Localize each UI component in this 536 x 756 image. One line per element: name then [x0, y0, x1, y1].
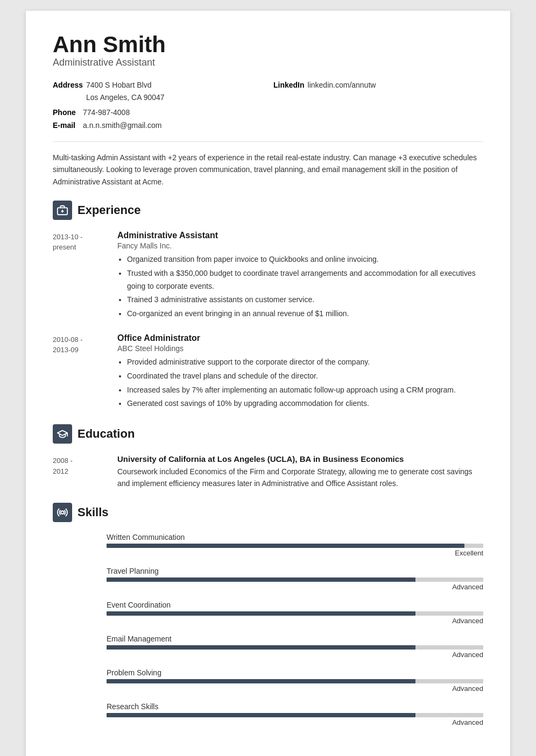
- job-bullets: Organized transition from paper invoice …: [117, 253, 483, 320]
- skill-name: Problem Solving: [107, 668, 483, 677]
- skills-header: Skills: [53, 503, 483, 524]
- skill-level: Advanced: [107, 617, 483, 625]
- bullet-item: Provided administrative support to the c…: [127, 356, 483, 369]
- bullet-item: Organized transition from paper invoice …: [127, 253, 483, 266]
- job-content: Office AdministratorABC Steel HoldingsPr…: [117, 333, 483, 411]
- skill-bar-background: [107, 611, 483, 616]
- skill-level: Advanced: [107, 718, 483, 726]
- job-bullets: Provided administrative support to the c…: [117, 356, 483, 410]
- skill-bar-fill: [107, 544, 464, 548]
- phone-label: Phone: [53, 106, 80, 118]
- skills-section: Skills Written CommunicationExcellentTra…: [53, 503, 483, 726]
- address-item: Address 7400 S Hobart Blvd Los Angeles, …: [53, 79, 263, 103]
- email-item: E-mail a.n.n.smith@gmail.com: [53, 119, 263, 131]
- job-date: 2010-08 - 2013-09: [53, 333, 107, 411]
- bullet-item: Coordinated the travel plans and schedul…: [127, 370, 483, 383]
- skill-row: Problem SolvingAdvanced: [107, 668, 483, 693]
- edu-description: Coursework included Economics of the Fir…: [117, 466, 483, 490]
- experience-section: Experience 2013-10 - presentAdministrati…: [53, 201, 483, 411]
- bullet-item: Trusted with a $350,000 budget to coordi…: [127, 267, 483, 293]
- skill-bar-background: [107, 713, 483, 717]
- job-company: Fancy Malls Inc.: [117, 241, 483, 250]
- phone-value: 774-987-4008: [83, 106, 130, 118]
- contact-section: Address 7400 S Hobart Blvd Los Angeles, …: [53, 79, 483, 132]
- skill-bar-fill: [107, 713, 415, 717]
- skills-list: Written CommunicationExcellentTravel Pla…: [53, 533, 483, 726]
- experience-item: 2010-08 - 2013-09Office AdministratorABC…: [53, 333, 483, 411]
- skill-bar-background: [107, 544, 483, 548]
- skills-icon: [53, 503, 72, 522]
- skill-bar-fill: [107, 645, 415, 650]
- job-content: Administrative AssistantFancy Malls Inc.…: [117, 231, 483, 322]
- edu-date: 2008 - 2012: [53, 454, 107, 490]
- linkedin-value: linkedin.com/annutw: [308, 79, 376, 91]
- skill-row: Written CommunicationExcellent: [107, 533, 483, 557]
- skill-bar-fill: [107, 577, 415, 582]
- skill-name: Event Coordination: [107, 601, 483, 609]
- job-title: Administrative Assistant: [117, 231, 483, 240]
- skill-bar-fill: [107, 611, 415, 616]
- experience-header: Experience: [53, 201, 483, 222]
- linkedin-label: LinkedIn: [273, 79, 305, 91]
- skill-bar-background: [107, 645, 483, 650]
- linkedin-item: LinkedIn linkedin.com/annutw: [273, 79, 483, 103]
- candidate-title: Administrative Assistant: [53, 57, 483, 68]
- candidate-name: Ann Smith: [53, 32, 483, 57]
- skill-bar-fill: [107, 679, 415, 683]
- bullet-item: Generated cost savings of 10% by upgradi…: [127, 397, 483, 410]
- address-line1: 7400 S Hobart Blvd: [86, 79, 165, 91]
- education-list: 2008 - 2012University of California at L…: [53, 454, 483, 490]
- job-date: 2013-10 - present: [53, 231, 107, 322]
- bullet-item: Co-organized an event bringing in an ann…: [127, 308, 483, 320]
- education-section: Education 2008 - 2012University of Calif…: [53, 424, 483, 490]
- experience-list: 2013-10 - presentAdministrative Assistan…: [53, 231, 483, 411]
- skills-title: Skills: [77, 505, 108, 519]
- skill-name: Written Communication: [107, 533, 483, 541]
- job-title: Office Administrator: [117, 333, 483, 343]
- skill-row: Event CoordinationAdvanced: [107, 601, 483, 625]
- education-item: 2008 - 2012University of California at L…: [53, 454, 483, 490]
- experience-item: 2013-10 - presentAdministrative Assistan…: [53, 231, 483, 322]
- email-value: a.n.n.smith@gmail.com: [83, 119, 161, 131]
- bullet-item: Increased sales by 7% after implementing…: [127, 384, 483, 397]
- bullet-item: Trained 3 administrative assistants on c…: [127, 294, 483, 306]
- skill-level: Advanced: [107, 651, 483, 659]
- address-label: Address: [53, 79, 83, 91]
- skill-level: Excellent: [107, 549, 483, 557]
- skill-bar-background: [107, 577, 483, 582]
- svg-point-3: [61, 511, 64, 514]
- skill-name: Travel Planning: [107, 567, 483, 575]
- skill-name: Email Management: [107, 634, 483, 643]
- education-icon: [53, 424, 72, 444]
- skill-name: Research Skills: [107, 702, 483, 711]
- skill-level: Advanced: [107, 583, 483, 591]
- skill-row: Email ManagementAdvanced: [107, 634, 483, 659]
- skill-level: Advanced: [107, 684, 483, 693]
- education-header: Education: [53, 424, 483, 446]
- email-label: E-mail: [53, 119, 80, 131]
- job-company: ABC Steel Holdings: [117, 344, 483, 353]
- address-line2: Los Angeles, CA 90047: [86, 91, 165, 103]
- skill-row: Research SkillsAdvanced: [107, 702, 483, 726]
- education-title: Education: [77, 427, 135, 441]
- resume-page: Ann Smith Administrative Assistant Addre…: [26, 11, 510, 756]
- experience-icon: [53, 201, 72, 220]
- summary-text: Multi-tasking Admin Assistant with +2 ye…: [53, 141, 483, 188]
- skill-row: Travel PlanningAdvanced: [107, 567, 483, 591]
- experience-title: Experience: [77, 203, 140, 217]
- skill-bar-background: [107, 679, 483, 683]
- edu-content: University of California at Los Angeles …: [117, 454, 483, 490]
- edu-degree: University of California at Los Angeles …: [117, 454, 483, 463]
- phone-item: Phone 774-987-4008: [53, 106, 263, 118]
